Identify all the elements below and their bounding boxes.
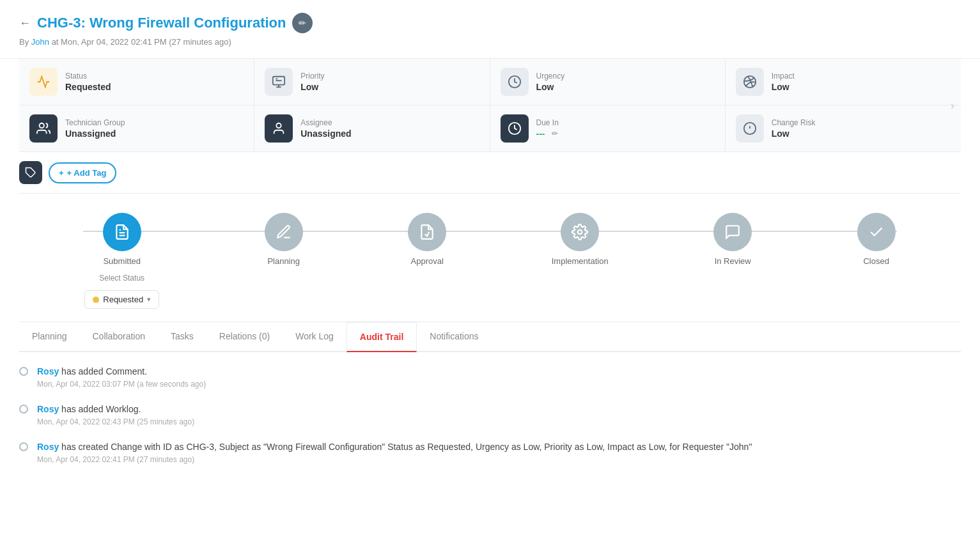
- change-risk-value: Low: [772, 128, 816, 139]
- audit-time-0: Mon, Apr 04, 2022 03:07 PM (a few second…: [37, 380, 206, 389]
- workflow-step-approval[interactable]: Approval: [408, 213, 446, 266]
- submitted-circle: [103, 213, 141, 251]
- planning-label: Planning: [267, 256, 300, 266]
- tab-tasks[interactable]: Tasks: [158, 322, 206, 352]
- page-title: CHG-3: Wrong Firewall Configuration: [37, 15, 286, 31]
- audit-text-0: Rosy has added Comment.: [37, 365, 206, 378]
- technician-group-value: Unassigned: [65, 128, 125, 139]
- audit-content-0: Rosy has added Comment. Mon, Apr 04, 202…: [37, 365, 206, 389]
- change-risk-label: Change Risk: [772, 118, 816, 127]
- impact-label: Impact: [772, 72, 795, 81]
- due-in-card[interactable]: Due In --- ✏: [490, 105, 726, 151]
- priority-card[interactable]: Priority Low: [254, 59, 490, 105]
- tab-audit-trail[interactable]: Audit Trail: [346, 322, 417, 352]
- implementation-circle: [561, 213, 599, 251]
- workflow-step-closed[interactable]: Closed: [857, 213, 896, 266]
- closed-circle: [857, 213, 896, 251]
- tab-work-log[interactable]: Work Log: [283, 322, 346, 352]
- plus-icon: +: [59, 168, 64, 178]
- audit-entry-2: Rosy has created Change with ID as CHG-3…: [19, 440, 961, 464]
- audit-time-2: Mon, Apr 04, 2022 02:41 PM (27 minutes a…: [37, 455, 752, 464]
- svg-point-7: [40, 123, 44, 128]
- technician-group-card[interactable]: Technician Group Unassigned: [19, 105, 254, 151]
- due-in-text: Due In --- ✏: [536, 118, 559, 139]
- tags-icon-button[interactable]: [19, 161, 42, 184]
- due-in-value: ---: [536, 128, 545, 139]
- workflow-step-planning[interactable]: Planning: [265, 213, 303, 266]
- info-cards-section: Status Requested Priority Low: [19, 59, 961, 152]
- priority-label: Priority: [300, 72, 324, 81]
- in-review-circle: [713, 213, 752, 251]
- workflow-section: Submitted Select Status Requested ▾ Plan…: [19, 194, 961, 322]
- tab-notifications[interactable]: Notifications: [417, 322, 491, 352]
- approval-circle: [408, 213, 446, 251]
- tab-planning[interactable]: Planning: [19, 322, 80, 352]
- tab-relations[interactable]: Relations (0): [206, 322, 283, 352]
- subtitle: By John at Mon, Apr 04, 2022 02:41 PM (2…: [19, 37, 961, 47]
- urgency-card[interactable]: Urgency Low: [490, 59, 726, 105]
- submitted-label: Submitted: [103, 256, 141, 266]
- impact-card[interactable]: Impact Low: [726, 59, 961, 105]
- chevron-down-icon: ▾: [147, 295, 151, 304]
- approval-label: Approval: [411, 256, 444, 266]
- closed-label: Closed: [863, 256, 889, 266]
- urgency-icon: [501, 68, 529, 96]
- author-link[interactable]: John: [31, 37, 49, 47]
- planning-circle: [265, 213, 303, 251]
- assignee-card[interactable]: Assignee Unassigned: [254, 105, 490, 151]
- audit-trail-content: Rosy has added Comment. Mon, Apr 04, 202…: [19, 365, 961, 464]
- impact-icon: [736, 68, 764, 96]
- audit-content-1: Rosy has added Worklog. Mon, Apr 04, 202…: [37, 403, 194, 426]
- urgency-label: Urgency: [536, 72, 565, 81]
- info-grid-row1: Status Requested Priority Low: [19, 59, 961, 105]
- assignee-text: Assignee Unassigned: [300, 118, 351, 139]
- implementation-label: Implementation: [552, 256, 609, 266]
- status-icon: [29, 68, 58, 96]
- technician-group-icon: [29, 114, 58, 143]
- urgency-text-group: Urgency Low: [536, 72, 565, 92]
- edit-title-button[interactable]: ✏: [292, 13, 313, 33]
- tags-row: + + Add Tag: [19, 152, 961, 194]
- workflow-step-implementation[interactable]: Implementation: [552, 213, 609, 266]
- change-risk-icon: [736, 114, 764, 143]
- workflow-line: [83, 231, 897, 232]
- status-label: Status: [65, 72, 111, 81]
- status-text-group: Status Requested: [65, 72, 111, 92]
- tabs-bar: Planning Collaboration Tasks Relations (…: [19, 322, 961, 352]
- assignee-icon: [265, 114, 293, 143]
- audit-time-1: Mon, Apr 04, 2022 02:43 PM (25 minutes a…: [37, 417, 194, 426]
- technician-group-label: Technician Group: [65, 118, 125, 127]
- svg-point-16: [578, 230, 582, 235]
- change-risk-card[interactable]: Change Risk Low: [726, 105, 961, 151]
- scroll-right-icon[interactable]: ›: [951, 99, 954, 112]
- page-wrapper: ← CHG-3: Wrong Firewall Configuration ✏ …: [0, 0, 980, 558]
- svg-point-8: [277, 123, 281, 128]
- assignee-label: Assignee: [300, 118, 351, 127]
- due-in-icon: [501, 114, 529, 143]
- change-risk-text: Change Risk Low: [772, 118, 816, 139]
- audit-content-2: Rosy has created Change with ID as CHG-3…: [37, 440, 752, 464]
- info-grid-row2: Technician Group Unassigned Assignee Una…: [19, 105, 961, 152]
- pencil-icon: ✏: [299, 18, 306, 28]
- status-dot: [93, 297, 99, 303]
- status-dropdown[interactable]: Requested ▾: [84, 290, 159, 309]
- status-card[interactable]: Status Requested: [19, 59, 254, 105]
- back-button[interactable]: ←: [19, 17, 31, 30]
- audit-actor-link-1[interactable]: Rosy: [37, 404, 59, 414]
- impact-text-group: Impact Low: [772, 72, 795, 92]
- in-review-label: In Review: [715, 256, 751, 266]
- workflow-step-in-review[interactable]: In Review: [713, 213, 752, 266]
- tab-collaboration[interactable]: Collaboration: [80, 322, 159, 352]
- audit-entry-1: Rosy has added Worklog. Mon, Apr 04, 202…: [19, 403, 961, 426]
- due-in-label: Due In: [536, 118, 559, 127]
- edit-due-button[interactable]: ✏: [552, 129, 558, 138]
- audit-actor-link-2[interactable]: Rosy: [37, 442, 59, 452]
- assignee-value: Unassigned: [300, 128, 351, 139]
- audit-dot-0: [19, 367, 28, 376]
- status-value: Requested: [65, 82, 111, 92]
- workflow-step-submitted[interactable]: Submitted Select Status Requested ▾: [84, 213, 159, 309]
- header: ← CHG-3: Wrong Firewall Configuration ✏: [19, 13, 961, 33]
- audit-actor-link-0[interactable]: Rosy: [37, 366, 59, 376]
- add-tag-button[interactable]: + + Add Tag: [49, 162, 116, 183]
- priority-icon: [265, 68, 293, 96]
